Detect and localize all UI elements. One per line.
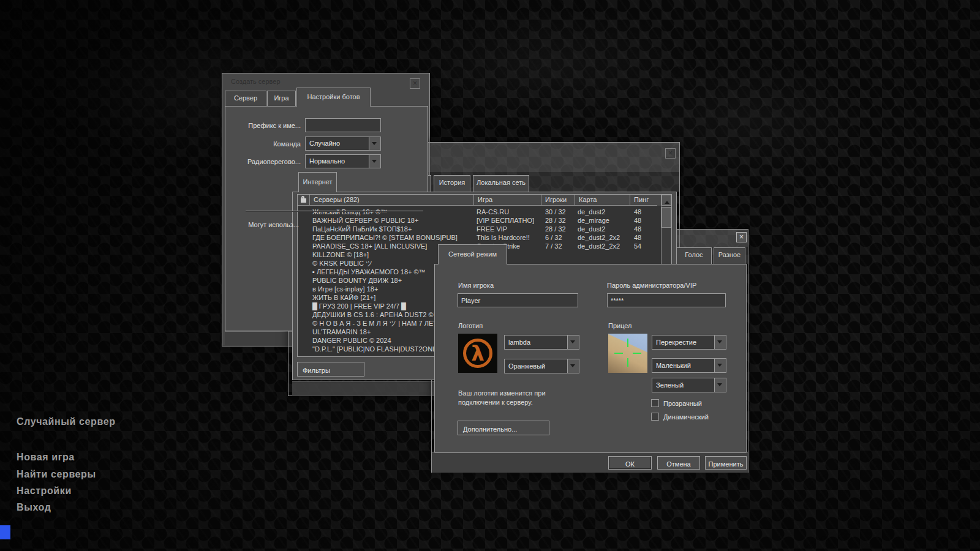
server-ping-cell: 54 [630, 242, 657, 250]
server-name-cell: Женский Взвод 18+ ®™ [298, 208, 474, 216]
crosshair-size-dropdown[interactable]: Маленький [652, 358, 726, 373]
menu-item-find-servers[interactable]: Найти серверы [17, 469, 96, 480]
tab-server[interactable]: Сервер [225, 91, 266, 106]
menu-item-settings[interactable]: Настройки [17, 485, 72, 497]
crosshair-label: Прицел [608, 322, 632, 329]
cancel-button[interactable]: Отмена [657, 456, 700, 470]
tab-bot-settings-label: Настройки ботов [297, 93, 370, 100]
player-name-input[interactable] [458, 293, 578, 307]
server-map-cell [575, 250, 630, 259]
filters-button[interactable]: Фильтры [297, 362, 364, 377]
logo-color-dropdown[interactable]: Оранжевый [504, 359, 579, 373]
server-row[interactable]: ГДЕ БОЕПРИПАСЫ?! © [STEAM BONUS|PUB]This… [298, 233, 661, 242]
settings-bottombar [432, 452, 748, 473]
crosshair-size-value: Маленький [656, 362, 691, 369]
menu-item-new-game[interactable]: Новая игра [17, 452, 75, 463]
menu-item-random-server[interactable]: Случайный сервер [17, 416, 116, 427]
crosshair-type-value: Перекрестие [656, 339, 696, 346]
admin-password-label: Пароль администратора/VIP [607, 282, 696, 289]
bot-team-dropdown[interactable]: Случайно [305, 137, 381, 151]
server-ping-cell: 48 [630, 233, 657, 242]
chevron-down-icon [714, 359, 726, 372]
server-ping-cell: 48 [630, 216, 657, 225]
lambda-icon: λ [458, 341, 497, 365]
server-players-cell: 28 / 32 [541, 225, 575, 233]
server-name-cell: ПаЦаНсКиЙ ПаБлИк $ТОП$18+ [298, 225, 474, 233]
bot-radio-label: Радиоперегово... [235, 158, 301, 165]
create-server-close-icon[interactable]: × [410, 78, 420, 89]
tab-network[interactable]: Сетевой режим [438, 244, 507, 264]
server-row[interactable]: ПаЦаНсКиЙ ПаБлИк $ТОП$18+FREE VIP28 / 32… [298, 225, 661, 233]
settings-dialog: Параметры × Сетевой режим Клавиатура Мыш… [431, 229, 748, 473]
bot-radio-dropdown[interactable]: Нормально [305, 154, 381, 168]
server-game-cell: This Is Hardcore!! [474, 233, 541, 242]
create-server-title: Создать сервер [231, 78, 281, 85]
menu-item-exit[interactable]: Выход [17, 502, 51, 513]
lambda-logo-preview: λ [458, 334, 497, 373]
tab-server-label: Сервер [225, 94, 266, 102]
server-row[interactable]: Женский Взвод 18+ ®™RA-CS.RU30 / 32de_du… [298, 208, 661, 216]
tab-lan[interactable]: Локальная сеть [473, 175, 529, 192]
game-column-header[interactable]: Игра [474, 195, 541, 206]
chevron-down-icon [369, 155, 380, 168]
tab-bot-settings[interactable]: Настройки ботов [296, 88, 371, 107]
lock-icon [301, 198, 306, 203]
server-map-cell: de_dust2_2x2 [575, 242, 630, 250]
game-screen: Случайный сервер Новая игра Найти сервер… [0, 0, 980, 551]
server-players-cell: 28 / 32 [541, 216, 575, 225]
bot-team-label: Команда [235, 140, 301, 148]
bot-prefix-label: Префикс к име... [235, 122, 301, 129]
crosshair-color-dropdown[interactable]: Зеленый [652, 378, 726, 392]
tab-game-label: Игра [268, 94, 295, 102]
server-list-header: Серверы (282) Игра Игроки Карта Пинг [298, 195, 671, 206]
bot-prefix-input[interactable] [305, 118, 381, 132]
tab-misc[interactable]: Разное [714, 247, 745, 264]
scrollbar-thumb[interactable] [662, 207, 671, 228]
tab-voice[interactable]: Голос [676, 247, 712, 264]
server-map-cell: de_dust2_2x2 [575, 233, 630, 242]
server-name-cell: ГДЕ БОЕПРИПАСЫ?! © [STEAM BONUS|PUB] [298, 233, 474, 242]
server-ping-cell: 48 [630, 208, 657, 216]
player-name-label: Имя игрока [458, 282, 494, 289]
logo-select-dropdown[interactable]: lambda [504, 335, 579, 350]
crosshair-type-dropdown[interactable]: Перекрестие [652, 335, 726, 350]
dynamic-checkbox[interactable] [651, 413, 659, 421]
tab-voice-label: Голос [677, 251, 711, 258]
tab-internet[interactable]: Интернет [298, 172, 337, 192]
bot-radio-value: Нормально [309, 157, 345, 165]
translucent-checkbox[interactable] [651, 399, 659, 407]
tab-internet-label: Интернет [299, 178, 336, 186]
servers-column-header[interactable]: Серверы (282) [310, 195, 474, 206]
ping-column-header[interactable]: Пинг [630, 195, 657, 206]
server-players-cell [541, 250, 575, 259]
chevron-down-icon [714, 378, 726, 392]
admin-password-input[interactable] [607, 293, 726, 307]
crosshair-icon [627, 358, 628, 367]
crosshair-icon [614, 353, 623, 354]
server-players-cell: 30 / 32 [541, 208, 575, 216]
ok-button[interactable]: ОК [608, 456, 652, 470]
logo-note-line1: Ваш логотип изменится при [458, 389, 546, 397]
lock-column-header[interactable] [298, 195, 310, 206]
server-game-cell: FREE VIP [474, 225, 541, 233]
settings-close-icon[interactable]: × [736, 232, 747, 242]
tab-history-label: История [434, 179, 470, 186]
chevron-down-icon [714, 335, 726, 349]
advanced-button[interactable]: Дополнительно... [458, 421, 549, 435]
logo-note-line2: подключении к серверу. [458, 399, 533, 406]
map-column-header[interactable]: Карта [575, 195, 630, 206]
players-column-header[interactable]: Игроки [541, 195, 575, 206]
translucent-label: Прозрачный [663, 400, 702, 407]
server-ping-cell: 48 [630, 225, 657, 233]
tab-game[interactable]: Игра [267, 91, 296, 106]
server-row[interactable]: ВАЖНЫЙ СЕРВЕР © PUBLIC 18+[VIP БЕСПЛАТНО… [298, 216, 661, 225]
apply-button[interactable]: Применить [705, 456, 747, 470]
server-players-cell: 7 / 32 [541, 242, 575, 250]
tab-lan-label: Локальная сеть [473, 179, 529, 186]
logo-label: Логотип [458, 322, 483, 329]
bot-settings-divider [246, 211, 423, 212]
server-name-cell: ВАЖНЫЙ СЕРВЕР © PUBLIC 18+ [298, 216, 474, 225]
tab-history[interactable]: История [434, 175, 470, 192]
scroll-up-icon[interactable] [662, 195, 671, 206]
server-browser-close-icon[interactable]: × [665, 148, 676, 159]
